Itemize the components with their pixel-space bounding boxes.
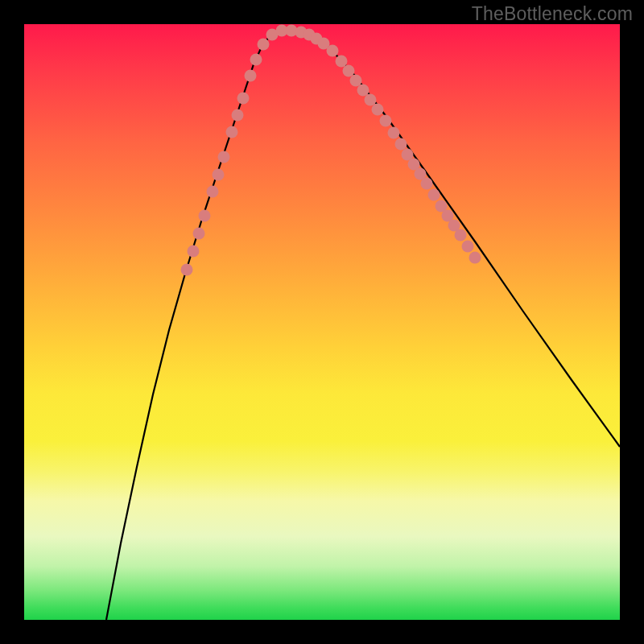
bead-marker (213, 169, 225, 181)
bead-marker (207, 186, 219, 198)
bead-marker (380, 115, 392, 127)
bead-marker (237, 93, 250, 105)
bead-marker (357, 85, 369, 97)
bead-marker (226, 126, 238, 138)
plot-area (24, 24, 620, 620)
bead-marker (258, 39, 270, 51)
curve-layer (24, 24, 620, 620)
bead-marker (336, 56, 348, 68)
bead-marker (428, 189, 440, 201)
bead-marker (395, 138, 407, 151)
bead-marker (218, 151, 230, 163)
bead-marker (343, 65, 355, 77)
bead-marker (250, 54, 262, 66)
bead-marker (388, 127, 400, 139)
bead-marker (188, 246, 200, 258)
bead-marker (181, 264, 193, 276)
bead-marker (372, 104, 384, 116)
bead-marker (199, 210, 211, 222)
bead-marker (193, 228, 205, 240)
watermark-text: TheBottleneck.com (472, 3, 633, 25)
bead-marker (421, 178, 433, 190)
bead-marker (455, 229, 467, 242)
chart-frame: TheBottleneck.com (0, 0, 644, 644)
bottleneck-curve (106, 31, 620, 620)
bead-marker (469, 252, 481, 264)
bead-marker (245, 70, 257, 82)
bead-marker (232, 109, 244, 122)
bead-marker (350, 75, 362, 87)
bead-marker (327, 45, 339, 57)
bead-marker (462, 241, 474, 253)
bead-marker (365, 94, 377, 106)
